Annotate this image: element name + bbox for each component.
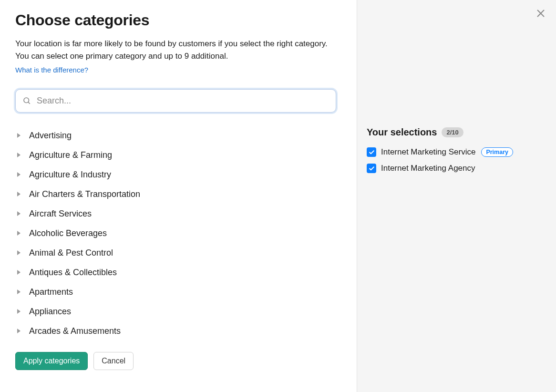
category-item[interactable]: Appliances xyxy=(15,302,330,321)
selection-item: Internet Marketing Service Primary xyxy=(367,147,546,157)
chevron-right-icon xyxy=(17,270,21,275)
help-link[interactable]: What is the difference? xyxy=(15,66,341,74)
close-button[interactable] xyxy=(534,7,547,20)
selections-header: Your selections 2/10 xyxy=(367,127,546,138)
category-item[interactable]: Aircraft Services xyxy=(15,204,330,224)
page-title: Choose categories xyxy=(15,11,341,29)
category-label: Appliances xyxy=(29,307,71,317)
category-item[interactable]: Apartments xyxy=(15,282,330,302)
checkbox-checked[interactable] xyxy=(367,164,376,173)
category-label: Agriculture & Farming xyxy=(29,150,112,160)
chevron-right-icon xyxy=(17,329,21,333)
chevron-right-icon xyxy=(17,172,21,177)
right-panel: Your selections 2/10 Internet Marketing … xyxy=(357,0,556,392)
chevron-right-icon xyxy=(17,231,21,236)
category-label: Aircraft Services xyxy=(29,209,92,219)
search-wrapper xyxy=(15,89,341,113)
category-label: Agriculture & Industry xyxy=(29,170,111,180)
category-item[interactable]: Agriculture & Industry xyxy=(15,165,330,185)
selection-label: Internet Marketing Service xyxy=(381,147,475,157)
category-item[interactable]: Agriculture & Farming xyxy=(15,145,330,165)
cancel-button[interactable]: Cancel xyxy=(93,352,134,370)
checkbox-checked[interactable] xyxy=(367,147,376,157)
category-label: Arcades & Amusements xyxy=(29,326,121,336)
chevron-right-icon xyxy=(17,133,21,138)
chevron-right-icon xyxy=(17,250,21,255)
search-input[interactable] xyxy=(15,89,336,113)
category-label: Air Charters & Transportation xyxy=(29,189,140,199)
category-item[interactable]: Animal & Pest Control xyxy=(15,243,330,263)
left-panel: Choose categories Your location is far m… xyxy=(0,0,357,392)
check-icon xyxy=(369,165,375,172)
chevron-right-icon xyxy=(17,192,21,196)
category-list[interactable]: Advertising Agriculture & Farming Agricu… xyxy=(15,126,336,343)
action-bar: Apply categories Cancel xyxy=(15,352,341,370)
category-label: Advertising xyxy=(29,131,72,141)
selection-list: Internet Marketing Service Primary Inter… xyxy=(367,147,546,173)
category-label: Apartments xyxy=(29,287,73,297)
selections-title: Your selections xyxy=(367,127,437,138)
selections-count-badge: 2/10 xyxy=(442,127,463,137)
category-label: Animal & Pest Control xyxy=(29,248,113,258)
chevron-right-icon xyxy=(17,211,21,216)
check-icon xyxy=(369,149,375,155)
category-label: Antiques & Collectibles xyxy=(29,268,117,278)
primary-badge: Primary xyxy=(481,147,513,157)
apply-button[interactable]: Apply categories xyxy=(15,352,88,370)
chevron-right-icon xyxy=(17,309,21,314)
category-item[interactable]: Air Charters & Transportation xyxy=(15,185,330,204)
page-description: Your location is far more likely to be f… xyxy=(15,38,335,63)
chevron-right-icon xyxy=(17,153,21,157)
category-item[interactable]: Advertising xyxy=(15,126,330,145)
close-icon xyxy=(535,8,546,19)
category-item[interactable]: Antiques & Collectibles xyxy=(15,263,330,282)
selection-label: Internet Marketing Agency xyxy=(381,164,475,173)
category-label: Alcoholic Beverages xyxy=(29,228,107,238)
selection-item: Internet Marketing Agency xyxy=(367,164,546,173)
category-item[interactable]: Arcades & Amusements xyxy=(15,321,330,341)
chevron-right-icon xyxy=(17,289,21,294)
category-item[interactable]: Alcoholic Beverages xyxy=(15,224,330,243)
